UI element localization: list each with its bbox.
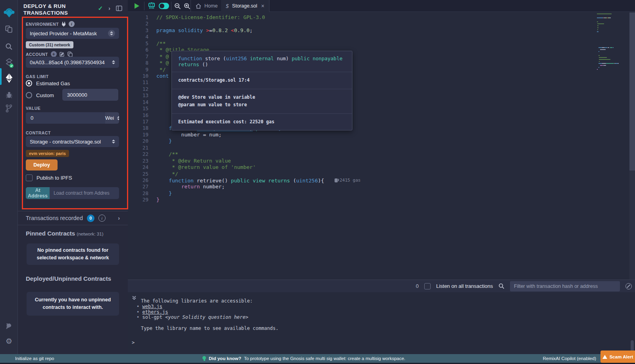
terminal-hint-line: Type the library name to see available c… — [141, 326, 279, 331]
transactions-recorded-row: Transactions recorded 0 i › — [18, 211, 128, 225]
add-account-icon[interactable]: + — [51, 51, 57, 57]
zoom-out-icon[interactable] — [173, 0, 182, 12]
expand-chevron-icon[interactable]: › — [108, 5, 110, 11]
environment-caret-icon — [108, 30, 115, 37]
value-input[interactable] — [26, 112, 105, 124]
custom-gas-label: Custom — [36, 92, 54, 98]
panel-title: DEPLOY & RUN TRANSACTIONS — [23, 3, 83, 17]
deploy-run-panel: DEPLOY & RUN TRANSACTIONS ✓ › ENVIRONMEN… — [18, 0, 128, 354]
line-numbers: 1234567891011121314151617181920212223242… — [128, 14, 148, 203]
remix-logo-icon[interactable] — [0, 4, 18, 21]
icon-rail: ⚙ — [0, 0, 18, 354]
terminal-lib-solgpt: sol-gpt <your Solidity question here> — [137, 315, 279, 320]
ai-copilot-robot-icon[interactable] — [146, 0, 157, 12]
pinned-empty-message: No pinned contracts found forselected wo… — [27, 243, 119, 265]
estimated-gas-radio-row[interactable]: Estimated Gas — [26, 80, 70, 86]
editor-scrollbar-thumb[interactable] — [629, 13, 635, 171]
scam-alert-button[interactable]: Scam Alert — [600, 351, 635, 363]
publish-ipfs-row[interactable]: Publish to IPFS — [26, 174, 72, 181]
warning-triangle-icon — [602, 355, 607, 359]
pinned-contracts-title: Pinned Contracts (network: 31) — [26, 230, 103, 237]
status-bar: Initialize as git repo Did you know? To … — [0, 354, 635, 363]
git-icon[interactable] — [0, 102, 18, 115]
collapse-terminal-icon[interactable] — [132, 295, 137, 301]
lightbulb-icon — [202, 356, 206, 361]
value-label: VALUE — [26, 106, 40, 111]
listen-all-transactions-label: Listen on all transactions — [436, 283, 493, 289]
editor-tabbar: Home S Storage.sol × — [128, 0, 635, 12]
terminal-intro-line: The following libraries are accessible: — [141, 299, 279, 304]
terminal: 0 Listen on all transactions The followi… — [128, 280, 635, 354]
at-address-input[interactable] — [50, 187, 119, 199]
publish-ipfs-checkbox[interactable] — [26, 174, 33, 181]
at-address-button[interactable]: At Address — [26, 187, 50, 199]
pin-panel-icon[interactable] — [116, 6, 122, 11]
tooltip-location: contracts/Storage.sol 17:4 — [172, 72, 352, 89]
transactions-recorded-label: Transactions recorded — [26, 215, 83, 221]
terminal-tx-count: 0 — [416, 283, 419, 289]
custom-gas-radio-row[interactable]: Custom — [26, 92, 54, 98]
listen-all-transactions-checkbox[interactable] — [424, 283, 431, 289]
estimated-gas-radio[interactable] — [26, 80, 32, 86]
run-script-button[interactable] — [131, 0, 143, 12]
value-unit-select[interactable]: Wei — [105, 112, 119, 124]
tooltip-doc: @dev Store value in variable @param num … — [172, 89, 352, 114]
copilot-toggle[interactable] — [158, 0, 170, 12]
account-label: ACCOUNT + — [26, 51, 73, 57]
environment-info-icon[interactable]: i — [69, 21, 75, 27]
estimated-gas-label: Estimated Gas — [36, 80, 70, 86]
terminal-toolbar: 0 Listen on all transactions — [128, 280, 635, 292]
network-badge: Custom (31) network — [26, 41, 73, 48]
home-icon — [196, 4, 201, 9]
remix-ide-window: ⚙ DEPLOY & RUN TRANSACTIONS ✓ › ENVIRONM… — [0, 0, 635, 364]
tooltip-signature: function store (uint256 internal num) pu… — [172, 51, 352, 72]
plugin-manager-icon[interactable] — [0, 319, 18, 333]
transaction-filter-input[interactable] — [510, 281, 620, 291]
contract-label: CONTRACT — [26, 130, 51, 135]
transactions-info-icon[interactable]: i — [98, 215, 106, 222]
file-explorer-icon[interactable] — [0, 22, 18, 36]
close-tab-icon[interactable]: × — [261, 3, 264, 9]
compile-check-icon: ✓ — [98, 5, 103, 12]
terminal-search-icon — [498, 283, 504, 289]
editor-scrollbar[interactable] — [629, 12, 635, 280]
terminal-prompt[interactable]: > — [132, 340, 135, 345]
terminal-output[interactable]: The following libraries are accessible: … — [128, 292, 635, 354]
environment-select[interactable]: Injected Provider - MetaMask — [26, 28, 119, 39]
copy-account-icon[interactable] — [67, 52, 73, 57]
plug-icon[interactable] — [62, 22, 66, 27]
contract-select[interactable]: Storage - contracts/Storage.sol — [26, 136, 119, 147]
solidity-file-icon: S — [225, 3, 229, 9]
deploy-button[interactable]: Deploy — [26, 159, 58, 171]
unpinned-empty-message: Currently you have no unpinnedcontracts … — [27, 292, 119, 316]
terminal-lib-ethers[interactable]: ethers.js — [137, 310, 279, 315]
edit-account-icon[interactable] — [60, 52, 65, 57]
evm-version-badge: evm version: paris — [26, 150, 69, 157]
minimap[interactable] — [597, 13, 629, 71]
unpinned-contracts-title: Deployed/Unpinned Contracts — [26, 275, 111, 282]
git-init-button[interactable]: Initialize as git repo — [15, 356, 54, 361]
solidity-compiler-icon[interactable] — [0, 56, 18, 70]
custom-gas-radio[interactable] — [26, 92, 32, 98]
clear-console-icon[interactable] — [625, 283, 632, 289]
terminal-lib-web3[interactable]: web3.js — [137, 304, 279, 310]
account-select[interactable]: 0xA03...85ac4 (0.398673504934 — [26, 57, 119, 68]
copilot-status[interactable]: RemixAI Copilot (enabled) — [543, 356, 596, 361]
transactions-expand-icon[interactable]: › — [118, 215, 120, 221]
publish-ipfs-label: Publish to IPFS — [37, 175, 72, 181]
custom-gas-input[interactable] — [62, 89, 118, 101]
transactions-count-badge: 0 — [87, 215, 94, 222]
environment-label: ENVIRONMENT i — [26, 21, 75, 27]
tab-storage-sol[interactable]: S Storage.sol × — [221, 0, 269, 12]
debugger-icon[interactable] — [0, 88, 18, 102]
editor-main: Home S Storage.sol × 1234567891011121314… — [128, 0, 635, 354]
deploy-run-icon[interactable] — [0, 71, 18, 85]
tooltip-execution-cost: Estimated execution cost: 22520 gas — [172, 114, 352, 130]
did-you-know-tip: Did you know? To prototype using the Gno… — [202, 356, 405, 361]
search-icon[interactable] — [0, 40, 18, 53]
gas-limit-label: GAS LIMIT — [26, 74, 49, 79]
tab-home[interactable]: Home — [190, 0, 223, 12]
settings-gear-icon[interactable]: ⚙ — [0, 334, 18, 348]
hover-tooltip: function store (uint256 internal num) pu… — [171, 51, 352, 130]
